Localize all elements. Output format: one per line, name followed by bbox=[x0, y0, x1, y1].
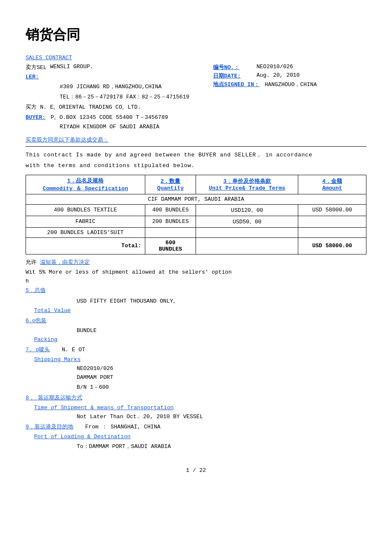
allow-text: Wit 5% More or less of shipment allowed … bbox=[26, 269, 366, 275]
section7-content2: NEO2010/026 bbox=[26, 365, 366, 372]
section8-content: Not Later Than Oct. 20, 2010 BY VESSEL bbox=[26, 413, 366, 420]
table-row: FABRIC 200 BUNDLES USD50。00 bbox=[26, 216, 366, 227]
col1-header: 1．品名及规格 Commodity ＆ Specification bbox=[26, 175, 145, 194]
page-number: 1 / 22 bbox=[26, 467, 366, 474]
col2-header: 2．数量 Quantity bbox=[145, 175, 196, 194]
contract-num-value: NEO2010/026 bbox=[257, 64, 293, 71]
section6-content: BUNDLE bbox=[26, 327, 366, 334]
section6-link: Packing bbox=[26, 336, 366, 343]
buyer-name: N. E。ORIENTAL TRADING CO。LTD. bbox=[40, 103, 141, 111]
section8-header: 8． 装运期及运输方式 bbox=[26, 393, 366, 403]
page-title: 销货合同 bbox=[26, 26, 366, 44]
seller-tel: TEL：86－25－4729178 FAX：82－25－4715619 bbox=[26, 93, 196, 101]
allow-section: 允许 溢短装，由卖方决定 bbox=[26, 258, 366, 267]
section7-content4: B/N 1－600 bbox=[26, 383, 366, 391]
agreement-text2: with the terms and conditions stipulated… bbox=[26, 162, 366, 171]
table-row: 200 BUNDLES LADIES'SUIT bbox=[26, 227, 366, 237]
sales-contract-label: SALES CONTRACT bbox=[26, 55, 366, 61]
buyer-address2: RIYADH KINGDOM OF SAUDI ARABIA bbox=[26, 124, 196, 130]
seller-label: 卖方SEL bbox=[26, 64, 46, 71]
section5-link: Total Value bbox=[26, 307, 366, 314]
section5-content: USD FIFTY EIGHT THOUSAND ONLY。 bbox=[26, 297, 366, 305]
buyer-label-cn: 买方 bbox=[26, 103, 37, 111]
col3-header: 3．单价及价格条款 Unit Price& Trade Terms bbox=[196, 175, 298, 194]
signed-value: HANGZHOUO，CHINA bbox=[265, 81, 317, 88]
seller-name: WENSLI GROUP. bbox=[50, 64, 93, 71]
contract-num-label: 编号NO.： bbox=[213, 64, 251, 71]
agreement-text1: This contract Is made by and agreed betw… bbox=[26, 151, 366, 160]
total-row: Total: 600 BUNDLES USD 58000.00 bbox=[26, 237, 366, 254]
buyer-label-en: BUYER: bbox=[26, 114, 46, 121]
section8-link: Time of Shipment & means of Transportati… bbox=[26, 405, 366, 411]
seller-address: #309 JICHANG RD，HANGZHOU,CHINA bbox=[26, 83, 196, 90]
seller-label2: LER: bbox=[26, 74, 39, 80]
h-text: h bbox=[26, 278, 366, 284]
section9-header: 9．装运港及目的地 From ： SHANGHAI, CHINA bbox=[26, 422, 366, 432]
section7-header: 7. o唛头 N. E OT bbox=[26, 345, 366, 355]
col4-header: 4．金额 Amount bbox=[298, 175, 366, 194]
section9-content2: To：DAMMAM PORT，SAUDI ARABIA bbox=[26, 442, 366, 450]
cif-row: CIF DAMMAM PORT, SAUDI ARABIA bbox=[26, 194, 366, 204]
section9-link: Port of Loading & Destination bbox=[26, 434, 366, 440]
section5-header: 5．总值 bbox=[26, 286, 366, 295]
contract-table: 1．品名及规格 Commodity ＆ Specification 2．数量 Q… bbox=[26, 175, 366, 254]
agreement-link: 买卖双方同意以下条款达成交易： bbox=[26, 137, 109, 143]
date-label: 日期DATE: bbox=[213, 72, 251, 80]
signed-label: 地点SIGNED IN： bbox=[213, 81, 259, 88]
table-row: 400 BUNDLES TEXTILE 400 BUNDLES USD120。0… bbox=[26, 204, 366, 216]
section7-content3: DAMMAM PORT bbox=[26, 374, 366, 381]
section6-header: 6.o包装 bbox=[26, 316, 366, 326]
date-value: Aug. 20, 2010 bbox=[257, 72, 300, 80]
buyer-address1: P。O.BOX 12345 CODE 55400 T－3456789 bbox=[51, 114, 168, 121]
section7-link: Shipping Marks bbox=[26, 356, 366, 363]
